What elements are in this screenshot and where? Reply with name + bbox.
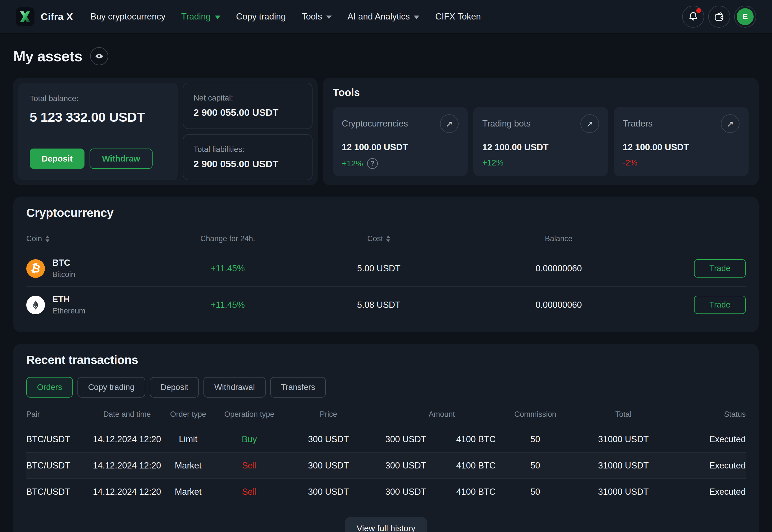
nav-copy-trading[interactable]: Copy trading [236,12,286,22]
brand-name: Cifra X [41,11,73,22]
wallet-icon [713,11,725,23]
withdraw-button[interactable]: Withdraw [90,149,153,169]
ethereum-icon [26,296,45,314]
tx-pair: BTC/USDT [26,461,91,471]
nav-trading[interactable]: Trading [181,12,220,22]
nav-tools[interactable]: Tools [301,12,331,22]
coin-cost: 5.08 USDT [285,300,473,310]
open-traders-button[interactable]: ↗ [721,114,740,133]
tool-card-cryptocurrencies[interactable]: Cryptocurrencies ↗ 12 100.00 USDT +12% ? [333,107,468,176]
coin-name: Bitcoin [52,270,75,279]
table-row-eth: ETH Ethereum +11.45% 5.08 USDT 0.0000006… [26,286,746,323]
profile-button[interactable]: E [734,6,756,28]
tx-total: 31000 USDT [559,461,688,471]
tab-deposit[interactable]: Deposit [150,377,199,398]
help-icon[interactable]: ? [367,158,378,169]
coin-name: Ethereum [52,307,85,315]
nav-label: Tools [301,12,322,22]
tx-operation: Buy [213,434,285,444]
brand-logo[interactable]: Cifra X [16,7,73,26]
column-header-price: Price [285,410,372,419]
nav-ai-analytics[interactable]: AI and Analytics [347,12,420,22]
coin-symbol: BTC [52,258,75,268]
column-header-total: Total [559,410,688,419]
tool-card-trading-bots[interactable]: Trading bots ↗ 12 100.00 USDT +12% [473,107,608,176]
coin-symbol: ETH [52,294,85,304]
column-header-datetime: Date and time [91,410,163,419]
coin-cost: 5.00 USDT [285,263,473,274]
column-header-status: Status [688,410,746,419]
open-cryptocurrencies-button[interactable]: ↗ [440,114,459,133]
bell-icon [688,11,699,22]
transactions-table: Pair Date and time Order type Operation … [26,407,746,505]
tool-title: Cryptocurrencies [342,119,408,129]
recent-transactions-title: Recent transactions [26,353,746,367]
tx-amount-usdt: 300 USDT [371,461,440,471]
tx-status: Executed [688,487,746,497]
coin-change: +11.45% [170,263,285,274]
chevron-down-icon [414,16,419,19]
tab-withdrawal[interactable]: Withdrawal [203,377,265,398]
toggle-balance-visibility-button[interactable] [90,47,108,65]
table-row-btc: ₿ BTC Bitcoin +11.45% 5.00 USDT 0.000000… [26,250,746,286]
arrow-up-right-icon: ↗ [446,119,453,129]
tab-orders[interactable]: Orders [26,377,73,398]
tx-price: 300 USDT [285,461,372,471]
trade-eth-button[interactable]: Trade [694,296,746,314]
cifra-x-logo-icon [16,7,34,26]
tx-commission: 50 [512,487,559,497]
tx-total: 31000 USDT [559,487,688,497]
total-liabilities-card: Total liabilities: 2 900 055.00 USDT [183,134,312,180]
tool-card-traders[interactable]: Traders ↗ 12 100.00 USDT -2% [614,107,749,176]
tx-price: 300 USDT [285,487,372,497]
nav-buy-cryptocurrency[interactable]: Buy cryptocurrency [90,12,165,22]
notification-dot [696,8,701,13]
column-header-operation-type: Operation type [213,410,285,419]
wallet-button[interactable] [708,6,730,28]
notifications-button[interactable] [682,6,704,28]
tx-amount-btc: 4100 BTC [440,487,512,497]
trade-btc-button[interactable]: Trade [694,259,746,278]
nav-cifx-token[interactable]: CIFX Token [435,12,481,22]
arrow-up-right-icon: ↗ [586,119,593,129]
tx-order-type: Market [163,461,213,471]
tools-title: Tools [333,87,749,99]
coin-balance: 0.00000060 [473,300,645,310]
view-full-history-button[interactable]: View full history [345,517,427,532]
transactions-tabs: Orders Copy trading Deposit Withdrawal T… [26,377,746,398]
tx-amount-btc: 4100 BTC [440,461,512,471]
eye-icon [94,51,104,61]
table-row: BTC/USDT 14.12.2024 12:20 Market Sell 30… [26,479,746,505]
total-balance-label: Total balance: [30,94,166,103]
chevron-down-icon [326,16,332,19]
tx-order-type: Limit [163,434,213,444]
page-title: My assets [13,48,82,65]
tx-order-type: Market [163,487,213,497]
assets-summary-card: Total balance: 5 123 332.00 USDT Deposit… [13,78,317,185]
tx-datetime: 14.12.2024 12:20 [91,461,163,471]
cryptocurrency-section: Cryptocurrency Coin Change for 24h. Cost… [13,197,759,332]
sort-icon [45,236,49,242]
column-header-change: Change for 24h. [170,234,285,243]
sort-icon [386,236,390,242]
open-trading-bots-button[interactable]: ↗ [580,114,599,133]
tab-transfers[interactable]: Transfers [270,377,326,398]
tx-status: Executed [688,434,746,444]
column-header-cost[interactable]: Cost [285,234,473,243]
cryptocurrency-title: Cryptocurrency [26,206,746,220]
deposit-button[interactable]: Deposit [30,149,84,169]
tx-pair: BTC/USDT [26,434,91,444]
column-header-balance: Balance [473,234,645,243]
tx-commission: 50 [512,434,559,444]
top-nav: Cifra X Buy cryptocurrency Trading Copy … [0,0,772,34]
tx-amount-usdt: 300 USDT [371,487,440,497]
tx-amount-usdt: 300 USDT [371,434,440,444]
column-header-amount: Amount [371,410,512,419]
tx-operation: Sell [213,487,285,497]
tools-section: Tools Cryptocurrencies ↗ 12 100.00 USDT … [323,78,759,185]
tx-price: 300 USDT [285,434,372,444]
tab-copy-trading[interactable]: Copy trading [77,377,145,398]
column-header-coin[interactable]: Coin [26,234,170,243]
total-liabilities-label: Total liabilities: [193,145,302,154]
cryptocurrency-table: Coin Change for 24h. Cost Balance ₿ [26,230,746,323]
